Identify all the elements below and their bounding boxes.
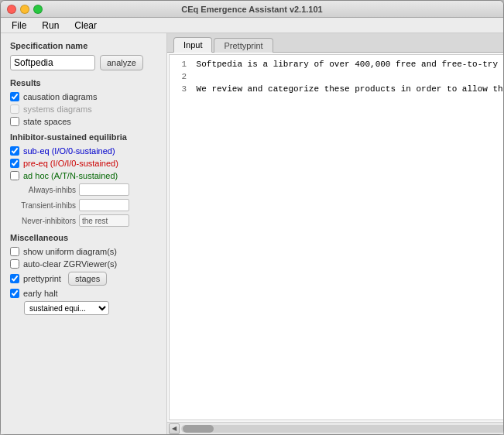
prettyprint-checkbox[interactable]: [10, 274, 19, 283]
results-section: Results causation diagrams systems diagr…: [10, 78, 157, 126]
main-content: Specification name analyze Results causa…: [1, 33, 503, 434]
tab-bar: Input Prettyprint: [167, 33, 503, 53]
minimize-button[interactable]: [20, 5, 29, 14]
window-title: CEq Emergence Assistant v2.1.101: [181, 5, 322, 14]
left-panel: Specification name analyze Results causa…: [1, 33, 167, 434]
ad-hoc-label: ad hoc (A/T/N-sustained): [23, 171, 118, 180]
title-bar: CEq Emergence Assistant v2.1.101: [1, 1, 503, 18]
spec-name-input[interactable]: [10, 55, 95, 70]
close-button[interactable]: [7, 5, 16, 14]
code-line-2: 2: [173, 70, 503, 83]
traffic-lights: [7, 5, 43, 14]
systems-diagrams-row: systems diagrams: [10, 104, 157, 114]
menu-item-clear[interactable]: Clear: [68, 19, 103, 33]
misc-section: Miscellaneous show uniform diagram(s) au…: [10, 233, 157, 315]
always-inhibs-label: Always-inhibs: [10, 186, 76, 194]
early-halt-row: early halt: [10, 289, 157, 298]
code-line-3: 3 We review and categorize these product…: [173, 83, 503, 95]
causation-diagrams-label: causation diagrams: [23, 92, 97, 101]
ad-hoc-row: ad hoc (A/T/N-sustained): [10, 171, 157, 180]
show-uniform-checkbox[interactable]: [10, 247, 19, 256]
auto-clear-label: auto-clear ZGRViewer(s): [23, 259, 117, 269]
h-scrollbar-track[interactable]: [181, 425, 503, 433]
auto-clear-checkbox[interactable]: [10, 259, 19, 269]
transient-inhibs-input[interactable]: [79, 199, 129, 211]
systems-diagrams-checkbox[interactable]: [10, 104, 19, 114]
maximize-button[interactable]: [33, 5, 43, 14]
spec-name-label: Specification name: [10, 41, 157, 50]
misc-label: Miscellaneous: [10, 233, 157, 242]
code-line-1: 1 Softpedia is a library of over 400,000…: [173, 58, 503, 70]
analyze-button[interactable]: analyze: [100, 55, 143, 70]
menu-bar: File Run Clear: [1, 18, 503, 33]
causation-diagrams-row: causation diagrams: [10, 92, 157, 101]
spec-name-row: analyze: [10, 55, 157, 70]
auto-clear-row: auto-clear ZGRViewer(s): [10, 259, 157, 269]
sub-eq-checkbox[interactable]: [10, 146, 19, 156]
tab-input[interactable]: Input: [173, 37, 212, 53]
transient-inhibs-row: Transient-inhibs: [10, 199, 157, 211]
sub-eq-label: sub-eq (I/O/0-sustained): [23, 146, 115, 156]
results-label: Results: [10, 78, 157, 87]
spec-name-section: Specification name analyze: [10, 41, 157, 70]
main-window: CEq Emergence Assistant v2.1.101 File Ru…: [0, 0, 504, 435]
always-inhibs-row: Always-inhibs: [10, 183, 157, 196]
inhibitor-label: Inhibitor-sustained equilibria: [10, 132, 157, 142]
h-scrollbar: ◀ ▶: [167, 422, 503, 434]
pre-eq-label: pre-eq (I/O/I/0-sustained): [23, 159, 118, 168]
pre-eq-checkbox[interactable]: [10, 159, 19, 168]
early-halt-label: early halt: [23, 289, 58, 298]
pre-eq-row: pre-eq (I/O/I/0-sustained): [10, 159, 157, 168]
state-spaces-checkbox[interactable]: [10, 117, 19, 126]
prettyprint-label: prettyprint: [23, 274, 61, 283]
menu-item-run[interactable]: Run: [36, 19, 65, 33]
early-halt-checkbox[interactable]: [10, 289, 19, 298]
stages-button[interactable]: stages: [68, 272, 107, 286]
right-panel: Input Prettyprint 1 Softpedia is a libra…: [167, 33, 503, 434]
tab-prettyprint[interactable]: Prettyprint: [214, 38, 273, 53]
systems-diagrams-label: systems diagrams: [23, 104, 92, 114]
causation-diagrams-checkbox[interactable]: [10, 92, 19, 101]
show-uniform-label: show uniform diagram(s): [23, 247, 117, 256]
code-area[interactable]: 1 Softpedia is a library of over 400,000…: [169, 54, 503, 420]
inhibitor-section: Inhibitor-sustained equilibria sub-eq (I…: [10, 132, 157, 227]
ad-hoc-checkbox[interactable]: [10, 171, 19, 180]
never-inhibitors-row: Never-inhibitors: [10, 214, 157, 227]
always-inhibs-input[interactable]: [79, 183, 129, 196]
show-uniform-row: show uniform diagram(s): [10, 247, 157, 256]
h-scrollbar-thumb[interactable]: [183, 425, 214, 433]
state-spaces-label: state spaces: [23, 117, 71, 126]
scroll-left-arrow[interactable]: ◀: [169, 423, 180, 434]
state-spaces-row: state spaces: [10, 117, 157, 126]
menu-item-file[interactable]: File: [5, 19, 33, 33]
sub-eq-row: sub-eq (I/O/0-sustained): [10, 146, 157, 156]
transient-inhibs-label: Transient-inhibs: [10, 201, 76, 210]
never-inhibitors-label: Never-inhibitors: [10, 217, 76, 225]
never-inhibitors-input[interactable]: [79, 214, 129, 227]
early-halt-select[interactable]: sustained equi...: [24, 301, 109, 315]
prettyprint-row: prettyprint stages: [10, 272, 157, 286]
